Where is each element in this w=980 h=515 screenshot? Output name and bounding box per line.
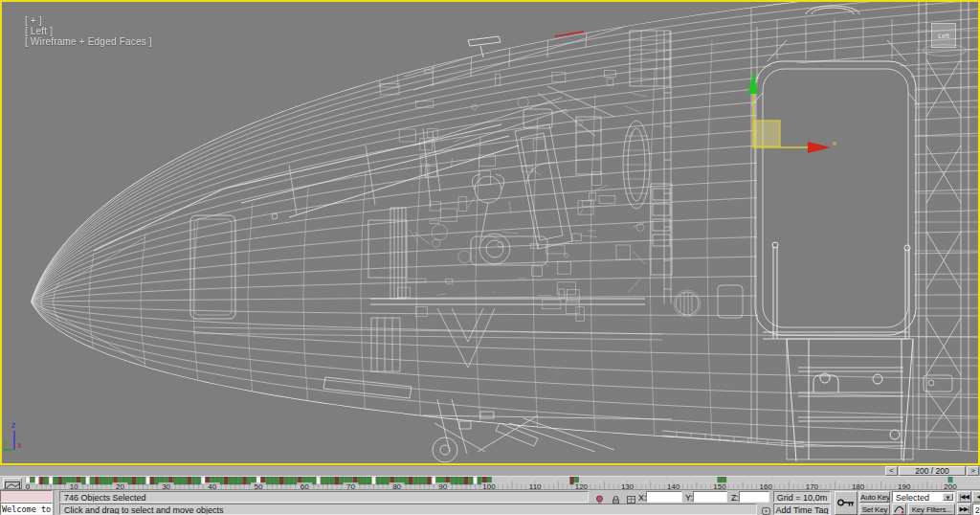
track-bar-key[interactable] [229, 477, 233, 484]
track-bar-key[interactable] [450, 477, 454, 484]
track-bar-key[interactable] [478, 477, 481, 484]
track-bar[interactable]: 0102030405060708090100110120130140150160… [0, 476, 980, 489]
track-bar-key[interactable] [86, 477, 90, 484]
open-mini-curve-editor-button[interactable] [3, 478, 22, 489]
track-bar-key[interactable] [81, 477, 85, 484]
absolute-offset-mode-button[interactable] [624, 492, 637, 504]
z-coord-input[interactable] [739, 491, 769, 503]
viewport-left[interactable]: xZYX [ + ] [ Left ] [ Wireframe + Edged … [0, 0, 980, 465]
track-bar-key[interactable] [178, 477, 182, 484]
track-bar-key[interactable] [49, 477, 53, 484]
add-time-tag[interactable]: Add Time Tag [773, 504, 831, 515]
track-bar-key[interactable] [570, 477, 574, 484]
gizmo-y-axis-arrow[interactable] [748, 71, 758, 94]
x-coord-input[interactable] [646, 491, 682, 503]
go-to-start-button[interactable]: |◀◀ [957, 491, 971, 503]
track-bar-key[interactable] [409, 477, 412, 484]
track-bar-key[interactable] [330, 477, 334, 484]
time-slider-prev-button[interactable]: < [885, 466, 898, 476]
track-bar-key[interactable] [145, 477, 149, 484]
listener-pane[interactable]: Welcome to M [0, 503, 53, 515]
track-bar-key[interactable] [275, 477, 278, 484]
track-bar-key[interactable] [473, 477, 477, 484]
track-bar-key[interactable] [340, 477, 344, 484]
selection-lock-button[interactable] [609, 492, 622, 504]
track-bar-key[interactable] [90, 477, 94, 484]
track-bar-key[interactable] [58, 477, 62, 484]
track-bar-key[interactable] [54, 477, 57, 484]
track-bar-key[interactable] [104, 477, 108, 484]
y-coord-input[interactable] [693, 491, 727, 503]
viewcube[interactable]: Left [923, 21, 967, 61]
track-bar-key[interactable] [183, 477, 187, 484]
track-bar-key[interactable] [284, 477, 288, 484]
track-bar-key[interactable] [279, 477, 283, 484]
track-bar-key[interactable] [469, 477, 473, 484]
isolate-selection-button[interactable] [592, 492, 606, 504]
time-slider-next-button[interactable]: > [967, 466, 979, 476]
maxscript-mini-listener[interactable]: Welcome to M [0, 490, 55, 515]
track-bar-key[interactable] [325, 477, 329, 484]
track-bar-key[interactable] [432, 477, 435, 484]
set-key-button[interactable]: Set Key [859, 504, 890, 515]
track-bar-key[interactable] [109, 477, 113, 484]
gizmo-xy-plane-handle[interactable] [754, 121, 780, 146]
track-bar-key[interactable] [39, 477, 43, 484]
track-bar-key[interactable] [100, 477, 103, 484]
track-bar-key[interactable] [132, 477, 136, 484]
track-bar-key[interactable] [137, 477, 141, 484]
track-bar-key[interactable] [321, 477, 324, 484]
track-bar-key[interactable] [381, 477, 385, 484]
track-bar-key[interactable] [464, 477, 468, 484]
track-bar-key[interactable] [335, 477, 339, 484]
track-bar-key[interactable] [95, 477, 99, 484]
track-bar-key[interactable] [150, 477, 154, 484]
track-bar-key[interactable] [191, 477, 195, 484]
track-bar-key[interactable] [459, 477, 463, 484]
viewport-shading-menu[interactable]: [ Wireframe + Edged Faces ] [25, 36, 152, 47]
track-bar-key[interactable] [224, 477, 228, 484]
track-bar-ruler[interactable]: 0102030405060708090100110120130140150160… [25, 477, 978, 490]
track-bar-key[interactable] [427, 477, 431, 484]
track-bar-key[interactable] [289, 477, 293, 484]
track-bar-key[interactable] [358, 477, 362, 484]
track-bar-key[interactable] [455, 477, 458, 484]
track-bar-key[interactable] [368, 477, 371, 484]
track-bar-key[interactable] [35, 477, 39, 484]
track-bar-key[interactable] [422, 477, 426, 484]
viewport-general-menu[interactable]: [ + ] [25, 15, 42, 26]
track-bar-key[interactable] [266, 477, 270, 484]
current-frame-field[interactable]: 2 [972, 504, 980, 515]
track-bar-key[interactable] [44, 477, 48, 484]
track-bar-key[interactable] [376, 477, 380, 484]
viewport-pov-menu[interactable]: [ Left ] [25, 26, 53, 36]
key-filters-button[interactable]: Key Filters... [908, 504, 955, 515]
track-bar-key[interactable] [234, 477, 237, 484]
previous-frame-button[interactable]: ◀| [972, 491, 980, 503]
track-bar-key[interactable] [418, 477, 422, 484]
track-bar-key[interactable] [62, 477, 66, 484]
track-bar-key[interactable] [188, 477, 191, 484]
track-bar-key[interactable] [293, 477, 297, 484]
track-bar-key[interactable] [196, 477, 200, 484]
selection-set-dropdown[interactable]: Selected ▼ [892, 491, 955, 503]
chevron-down-icon[interactable]: ▼ [943, 493, 953, 501]
track-bar-key[interactable] [242, 477, 246, 484]
track-bar-key[interactable] [386, 477, 390, 484]
viewcube-face[interactable]: Left [931, 23, 956, 48]
track-bar-key[interactable] [219, 477, 223, 484]
track-bar-key[interactable] [155, 477, 159, 484]
track-bar-key[interactable] [127, 477, 131, 484]
track-bar-key[interactable] [317, 477, 321, 484]
track-bar-key[interactable] [413, 477, 417, 484]
track-bar-key[interactable] [141, 477, 145, 484]
go-to-end-button[interactable]: ▶▶| [957, 504, 971, 515]
default-tangent-button[interactable] [892, 504, 906, 515]
track-bar-key[interactable] [363, 477, 367, 484]
time-slider-button[interactable]: 200 / 200 [899, 466, 966, 476]
track-bar-key[interactable] [238, 477, 242, 484]
auto-key-button[interactable]: Auto Key [859, 491, 890, 503]
time-tag-icon[interactable] [760, 504, 772, 515]
set-key-mode-button[interactable] [835, 491, 858, 515]
track-bar-key[interactable] [404, 477, 408, 484]
